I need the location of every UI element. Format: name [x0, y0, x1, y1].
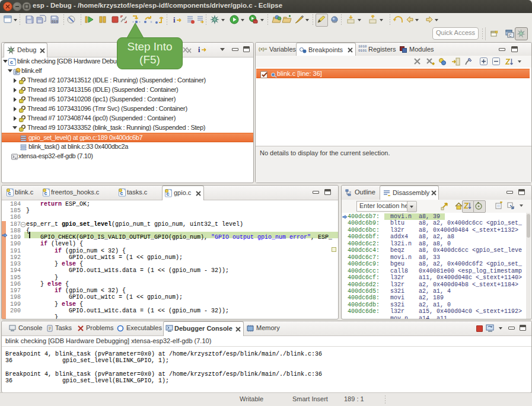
svg-text:010: 010	[52, 20, 58, 24]
svg-text:i: i	[173, 15, 176, 24]
svg-text:C: C	[509, 33, 512, 37]
svg-text:c: c	[10, 59, 13, 65]
svg-text:i: i	[198, 46, 200, 53]
